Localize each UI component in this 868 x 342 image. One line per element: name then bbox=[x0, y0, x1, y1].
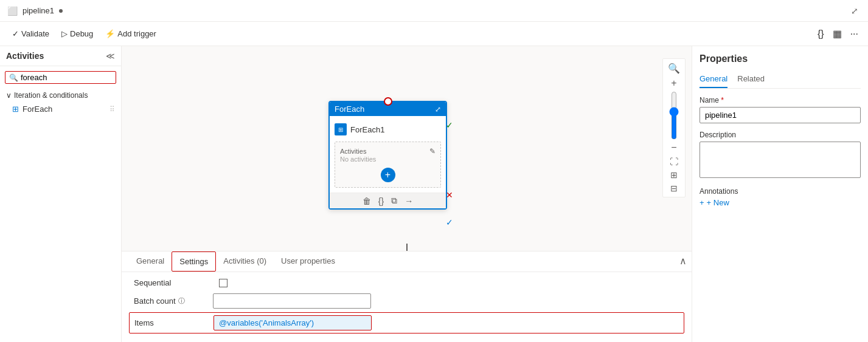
foreach-expand-button[interactable]: ⤢ bbox=[435, 105, 441, 114]
foreach-code-button[interactable]: {} bbox=[378, 196, 384, 206]
title-bar: ⬜ pipeline1 ⤢ bbox=[0, 0, 868, 22]
toolbar-right: {} ▦ ··· bbox=[815, 26, 861, 42]
bottom-tabs: General Settings Activities (0) User pro… bbox=[122, 251, 692, 272]
properties-title: Properties bbox=[700, 53, 861, 64]
tab-related-right[interactable]: Related bbox=[737, 72, 765, 88]
foreach-inner-label: Activities bbox=[340, 148, 366, 155]
zoom-plus-button[interactable]: + bbox=[668, 77, 679, 90]
x-red-icon: ✕ bbox=[446, 190, 453, 200]
check-blue-icon: ✓ bbox=[446, 217, 453, 227]
check-green-icon: ✓ bbox=[446, 120, 453, 130]
title-bar-right: ⤢ bbox=[849, 5, 861, 17]
bottom-content: Sequential Batch count ⓘ Items bbox=[122, 272, 692, 342]
zoom-slider[interactable] bbox=[669, 91, 679, 140]
foreach-arrow-button[interactable]: → bbox=[404, 196, 413, 206]
title-bar-left: ⬜ pipeline1 bbox=[7, 6, 63, 16]
foreach-inner-sub: No activities bbox=[340, 156, 436, 163]
activities-title: Activities bbox=[6, 51, 44, 61]
right-panel: Properties General Related Name * Descri… bbox=[692, 46, 868, 342]
connect-dot-top bbox=[384, 97, 392, 106]
search-icon: 🔍 bbox=[9, 74, 18, 82]
foreach-inner-header: Activities ✎ bbox=[340, 147, 436, 156]
items-label: Items bbox=[134, 318, 214, 327]
template-button[interactable]: ▦ bbox=[830, 26, 844, 42]
collapse-canvas-button[interactable]: ⊟ bbox=[668, 182, 680, 194]
validate-check-icon: ✓ bbox=[12, 29, 19, 38]
left-panel-icons: ≪ bbox=[106, 51, 115, 61]
foreach-header-title: ForEach bbox=[335, 104, 364, 114]
foreach-activity-item[interactable]: ⊞ ForEach ⠿ bbox=[0, 102, 121, 116]
right-panel-tabs: General Related bbox=[700, 72, 861, 89]
foreach-toolbar: 🗑 {} ⧉ → bbox=[330, 193, 446, 208]
canvas-area[interactable]: ForEach ⤢ ⊞ ForEach1 Activities ✎ bbox=[122, 46, 692, 251]
left-panel: Activities ≪ 🔍 ∨ Iteration & conditional… bbox=[0, 46, 122, 342]
tab-general[interactable]: General bbox=[129, 251, 172, 272]
code-button[interactable]: {} bbox=[815, 26, 827, 42]
foreach-block[interactable]: ForEach ⤢ ⊞ ForEach1 Activities ✎ bbox=[328, 101, 447, 210]
sequential-label: Sequential bbox=[134, 278, 213, 287]
name-label: Name * bbox=[700, 96, 861, 104]
zoom-minus-button[interactable]: − bbox=[668, 141, 679, 154]
collapse-left-button[interactable]: ≪ bbox=[106, 51, 115, 61]
pipeline-title: pipeline1 bbox=[23, 6, 54, 15]
foreach-label: ForEach bbox=[23, 104, 52, 114]
items-input[interactable] bbox=[214, 315, 372, 330]
foreach-inner-edit-button[interactable]: ✎ bbox=[429, 147, 436, 156]
pipeline-icon: ⬜ bbox=[7, 6, 18, 16]
add-activity-button[interactable]: + bbox=[381, 168, 395, 182]
main-layout: Activities ≪ 🔍 ∨ Iteration & conditional… bbox=[0, 46, 868, 342]
name-required: * bbox=[721, 96, 724, 104]
drag-handle-icon: ⠿ bbox=[109, 105, 115, 114]
search-box[interactable]: 🔍 bbox=[5, 71, 116, 84]
validate-button[interactable]: ✓ Validate bbox=[7, 27, 54, 41]
category-label: Iteration & conditionals bbox=[14, 91, 88, 100]
description-label: Description bbox=[700, 131, 861, 139]
add-trigger-button[interactable]: ⚡ Add trigger bbox=[100, 27, 161, 41]
category-item[interactable]: ∨ Iteration & conditionals bbox=[0, 89, 121, 102]
items-row: Items bbox=[129, 312, 684, 333]
debug-play-icon: ▷ bbox=[61, 29, 68, 38]
new-annotation-button[interactable]: + + New bbox=[700, 198, 729, 207]
search-canvas-button[interactable]: 🔍 bbox=[665, 61, 682, 75]
tab-user-properties[interactable]: User properties bbox=[274, 251, 342, 272]
fit-canvas-button[interactable]: ⛶ bbox=[667, 156, 681, 168]
unsaved-dot bbox=[59, 9, 63, 13]
tab-general-right[interactable]: General bbox=[700, 72, 727, 88]
grid-button[interactable]: ⊞ bbox=[668, 169, 680, 181]
name-input[interactable] bbox=[700, 107, 861, 123]
foreach-title-icon: ⊞ bbox=[335, 123, 347, 135]
description-textarea[interactable] bbox=[700, 142, 861, 178]
search-input[interactable] bbox=[21, 73, 123, 82]
annotations-group: Annotations + + New bbox=[700, 187, 861, 207]
debug-button[interactable]: ▷ Debug bbox=[57, 27, 98, 41]
foreach-title-row: ⊞ ForEach1 bbox=[335, 121, 441, 138]
name-field-group: Name * bbox=[700, 96, 861, 131]
bottom-panel: General Settings Activities (0) User pro… bbox=[122, 251, 692, 342]
category-arrow-icon: ∨ bbox=[6, 91, 12, 100]
left-panel-header: Activities ≪ bbox=[0, 46, 121, 66]
toolbar: ✓ Validate ▷ Debug ⚡ Add trigger {} ▦ ··… bbox=[0, 22, 868, 46]
center-area: ForEach ⤢ ⊞ ForEach1 Activities ✎ bbox=[122, 46, 692, 342]
foreach-delete-button[interactable]: 🗑 bbox=[363, 196, 371, 206]
batch-count-row: Batch count ⓘ bbox=[134, 293, 679, 309]
canvas-line bbox=[406, 244, 408, 251]
batch-count-label: Batch count ⓘ bbox=[134, 296, 213, 306]
tab-activities[interactable]: Activities (0) bbox=[216, 251, 274, 272]
more-button[interactable]: ··· bbox=[848, 26, 861, 42]
sequential-checkbox[interactable] bbox=[219, 279, 227, 287]
foreach-add-btn: + bbox=[340, 168, 436, 182]
expand-button[interactable]: ⤢ bbox=[849, 5, 861, 17]
foreach-copy-button[interactable]: ⧉ bbox=[391, 196, 397, 206]
close-bottom-panel-button[interactable]: ∧ bbox=[679, 255, 687, 267]
description-field-group: Description bbox=[700, 131, 861, 187]
plus-icon: + bbox=[700, 198, 704, 207]
sequential-row: Sequential bbox=[134, 278, 679, 287]
new-label: + New bbox=[707, 198, 729, 207]
foreach-icon: ⊞ bbox=[12, 104, 19, 114]
annotations-label: Annotations bbox=[700, 187, 861, 196]
batch-count-input[interactable] bbox=[213, 293, 371, 309]
tab-settings[interactable]: Settings bbox=[172, 251, 216, 272]
zoom-controls: 🔍 + − ⛶ ⊞ ⊟ bbox=[662, 58, 686, 197]
annotations-row: + + New bbox=[700, 198, 861, 207]
activity-item-left: ⊞ ForEach bbox=[12, 104, 52, 114]
